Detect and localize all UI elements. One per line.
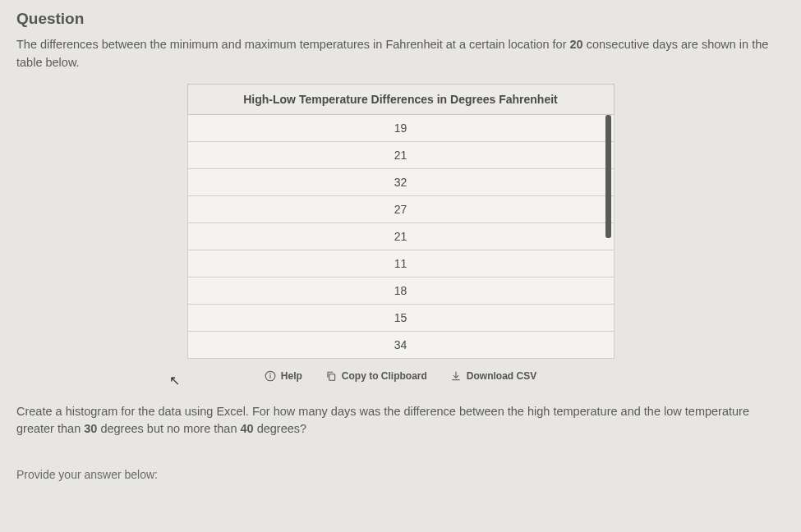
svg-point-2 (270, 373, 271, 374)
info-icon (265, 370, 276, 382)
table-cell: 19 (187, 114, 614, 141)
table-row: 34 (187, 331, 614, 358)
question-heading: Question (16, 10, 785, 28)
download-label: Download CSV (467, 370, 536, 382)
table-row: 21 (187, 222, 614, 250)
table-row: 18 (187, 277, 614, 304)
help-label: Help (281, 370, 302, 382)
intro-days-count: 20 (570, 38, 583, 51)
instruction-part-3: degrees? (254, 422, 307, 435)
question-intro: The differences between the minimum and … (16, 36, 785, 72)
table-row: 27 (187, 195, 614, 222)
help-button[interactable]: Help (265, 370, 302, 382)
answer-prompt: Provide your answer below: (16, 468, 785, 481)
table-cell: 18 (187, 277, 614, 304)
table-cell: 32 (187, 168, 614, 195)
scrollbar-thumb[interactable] (605, 115, 611, 238)
copy-button[interactable]: Copy to Clipboard (325, 370, 427, 382)
table-actions: Help Copy to Clipboard Download CSV (16, 370, 785, 382)
instruction-value-2: 40 (241, 422, 254, 435)
copy-label: Copy to Clipboard (342, 370, 427, 382)
table-cell: 21 (187, 222, 614, 250)
table-row: 32 (187, 168, 614, 195)
instruction-text: Create a histogram for the data using Ex… (16, 403, 785, 439)
svg-rect-3 (329, 374, 334, 380)
table-wrapper: High-Low Temperature Differences in Degr… (16, 84, 785, 359)
download-button[interactable]: Download CSV (450, 370, 536, 382)
copy-icon (325, 370, 337, 382)
table-header: High-Low Temperature Differences in Degr… (187, 84, 614, 114)
instruction-value-1: 30 (84, 422, 97, 435)
intro-text-1: The differences between the minimum and … (16, 38, 570, 51)
table-row: 21 (187, 141, 614, 168)
table-cell: 11 (187, 250, 614, 277)
table-cell: 34 (187, 331, 614, 358)
table-row: 19 (187, 114, 614, 141)
table-row: 15 (187, 304, 614, 331)
download-icon (450, 370, 462, 382)
data-table: High-Low Temperature Differences in Degr… (187, 84, 615, 359)
table-cell: 27 (187, 195, 614, 222)
table-cell: 21 (187, 141, 614, 168)
table-row: 11 (187, 250, 614, 277)
instruction-part-2: degrees but no more than (97, 422, 240, 435)
table-cell: 15 (187, 304, 614, 331)
